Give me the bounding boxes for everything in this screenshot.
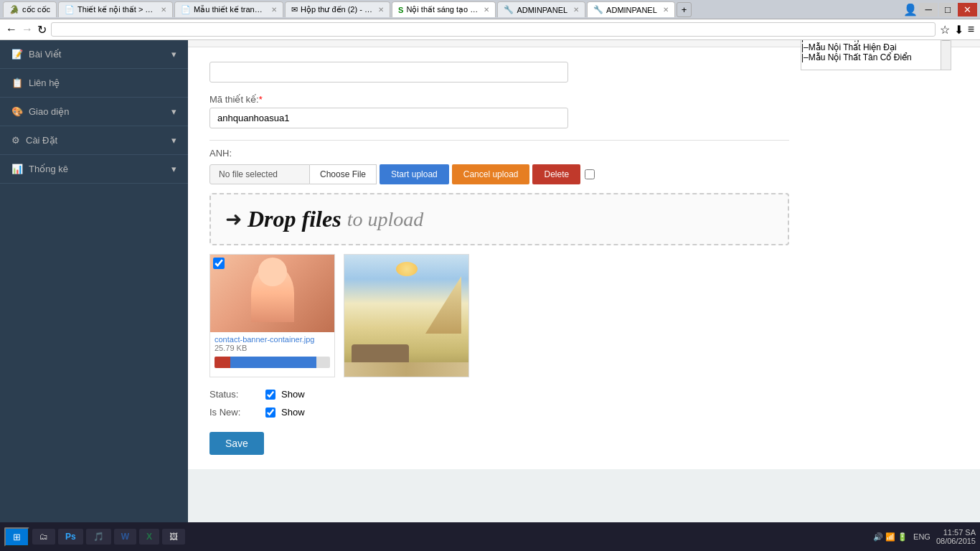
reload-button[interactable]: ↻ xyxy=(37,23,47,37)
filesize: 25.79 KB xyxy=(215,344,330,352)
chevron-down-icon: ▾ xyxy=(171,106,176,117)
form-group-top xyxy=(209,62,789,83)
excel-icon: X xyxy=(146,532,152,542)
bookmark-button[interactable]: ☆ xyxy=(940,23,950,37)
taskbar-app-ps[interactable]: Ps xyxy=(58,529,83,545)
minimize-button[interactable]: ─ xyxy=(919,3,937,17)
cococ-icon: 🐊 xyxy=(9,5,19,14)
thumb-progress xyxy=(215,357,330,368)
tab-label: cốc cốc xyxy=(22,5,50,14)
tab-label: ADMINPANEL xyxy=(606,6,657,14)
cancel-upload-button[interactable]: Cancel upload xyxy=(452,164,530,184)
clock-date: 08/06/2015 xyxy=(936,537,976,545)
start-upload-button[interactable]: Start upload xyxy=(380,164,449,184)
thumb-item xyxy=(344,254,469,377)
tab-favicon: ✉ xyxy=(291,5,298,14)
sidebar-item-giaodien[interactable]: 🎨 Giao diện ▾ xyxy=(0,98,188,126)
status-section: Status: Show Is New: Show xyxy=(209,389,789,418)
close-icon[interactable]: ✕ xyxy=(663,6,669,14)
tab-admin1[interactable]: 🔧 ADMINPANEL ✕ xyxy=(497,1,585,17)
taskbar-icons: 🔊 📶 🔋 xyxy=(873,532,908,542)
upload-checkbox[interactable] xyxy=(585,169,595,179)
anh-label: ANH: xyxy=(209,148,789,159)
status-checkbox[interactable] xyxy=(265,390,275,400)
tab-thietke[interactable]: 📄 Thiết kế nội thất > THIẾT... ✕ xyxy=(58,1,173,17)
choose-file-button[interactable]: Choose File xyxy=(310,164,377,184)
ma-thiet-ke-label: Mã thiết kế:* xyxy=(209,94,789,105)
menu-button[interactable]: ≡ xyxy=(968,23,974,36)
tab-label: Hộp thư đến (2) - noitha... xyxy=(301,5,372,14)
tab-hopthu[interactable]: ✉ Hộp thư đến (2) - noitha... ✕ xyxy=(285,1,390,17)
is-new-row: Is New: Show xyxy=(209,407,789,418)
tab-favicon: 📄 xyxy=(65,5,75,14)
top-input[interactable] xyxy=(209,62,568,83)
download-button[interactable]: ⬇ xyxy=(954,23,963,37)
tab-admin2[interactable]: 🔧 ADMINPANEL ✕ xyxy=(587,1,675,17)
close-icon[interactable]: ✕ xyxy=(484,6,489,14)
chevron-down-icon: ▾ xyxy=(171,164,176,174)
drop-text-light: to upload xyxy=(347,208,424,231)
delete-button[interactable]: Delete xyxy=(532,164,580,184)
category-select[interactable]: Thiết Kế Nội Thất Văn Phòng Thiết Kế Nội… xyxy=(801,40,951,70)
category-option[interactable]: |–Mẫu Nội Thất Tân Cổ Điển xyxy=(801,52,951,62)
taskbar-app-word[interactable]: W xyxy=(114,529,136,545)
required-star: * xyxy=(259,94,263,105)
no-file-selected: No file selected xyxy=(209,164,310,184)
thumb-image xyxy=(344,255,468,377)
drop-zone[interactable]: ➜ Drop files to upload xyxy=(209,193,789,245)
taskbar-app-gb[interactable]: 🎵 xyxy=(86,529,111,545)
status-show-label: Show xyxy=(281,389,305,400)
forward-button[interactable]: → xyxy=(22,23,33,36)
ps-icon: Ps xyxy=(65,532,76,542)
sidebar-item-caidat[interactable]: ⚙ Cài Đặt ▾ xyxy=(0,126,188,155)
is-new-show-label: Show xyxy=(281,407,305,418)
is-new-checkbox[interactable] xyxy=(265,408,275,418)
progress-blue xyxy=(230,357,316,368)
thongke-icon: 📊 xyxy=(11,164,23,174)
sidebar-item-label: Thống kê xyxy=(29,164,68,174)
maximize-button[interactable]: □ xyxy=(939,3,956,17)
tab-favicon: 🔧 xyxy=(504,5,514,14)
close-icon[interactable]: ✕ xyxy=(573,6,579,14)
taskbar-app-photo[interactable]: 🖼 xyxy=(162,529,185,545)
gb-icon: 🎵 xyxy=(93,532,104,542)
status-row: Status: Show xyxy=(209,389,789,400)
tab-noithat[interactable]: S Nội thất sáng tạo việt ✕ xyxy=(392,1,496,17)
drop-arrow-icon: ➜ xyxy=(225,207,242,231)
sidebar-item-label: Giao diện xyxy=(29,106,69,117)
close-icon[interactable]: ✕ xyxy=(161,6,166,14)
page-layout: Mã thiết kế:* ANH: No file selected Cho xyxy=(209,62,958,455)
thumb-checkbox[interactable] xyxy=(213,258,225,269)
start-button[interactable]: ⊞ xyxy=(4,527,29,547)
new-tab-button[interactable]: + xyxy=(677,2,692,17)
back-button[interactable]: ← xyxy=(6,23,17,36)
main-content: Mã thiết kế:* ANH: No file selected Cho xyxy=(188,40,980,522)
explorer-icon: 🗂 xyxy=(39,532,48,542)
save-button[interactable]: Save xyxy=(209,432,264,455)
sidebar-item-lienhe[interactable]: 📋 Liên hệ xyxy=(0,69,188,98)
word-icon: W xyxy=(121,532,129,542)
close-icon[interactable]: ✕ xyxy=(378,6,384,14)
sidebar-item-label: Liên hệ xyxy=(29,77,60,88)
category-option[interactable]: |–Mẫu Nội Thất Hiện Đại xyxy=(801,42,951,52)
url-input[interactable]: noithatsangtaoviet.com/admin/thietke/add… xyxy=(51,22,936,37)
close-icon[interactable]: ✕ xyxy=(271,6,277,14)
tab-label: Nội thất sáng tạo việt xyxy=(406,5,478,14)
sidebar-item-label: Cài Đặt xyxy=(26,135,57,146)
taskbar-app-excel[interactable]: X xyxy=(139,529,159,545)
sidebar-item-baiviet[interactable]: 📝 Bài Viết ▾ xyxy=(0,40,188,69)
ma-thiet-ke-input[interactable] xyxy=(209,108,568,128)
taskbar-right: 🔊 📶 🔋 ENG 11:57 SA 08/06/2015 xyxy=(873,528,976,545)
is-new-label: Is New: xyxy=(209,407,260,418)
close-button[interactable]: ✕ xyxy=(958,3,977,17)
tab-favicon: 📄 xyxy=(181,5,191,14)
tab-cococ[interactable]: 🐊 cốc cốc xyxy=(3,1,57,17)
taskbar-app-explorer[interactable]: 🗂 xyxy=(32,529,55,545)
form-right: Thiết Kế Nội Thất Văn Phòng Thiết Kế Nội… xyxy=(801,40,958,455)
taskbar-clock: 11:57 SA 08/06/2015 xyxy=(936,528,976,545)
baiviet-icon: 📝 xyxy=(11,49,23,60)
tab-mau[interactable]: 📄 Mẫu thiết kế trang trí nộ... ✕ xyxy=(174,1,283,17)
scrollbar[interactable] xyxy=(941,40,951,70)
sidebar-item-thongke[interactable]: 📊 Thống kê ▾ xyxy=(0,155,188,184)
form-group-anh: ANH: No file selected Choose File Start … xyxy=(209,148,789,377)
